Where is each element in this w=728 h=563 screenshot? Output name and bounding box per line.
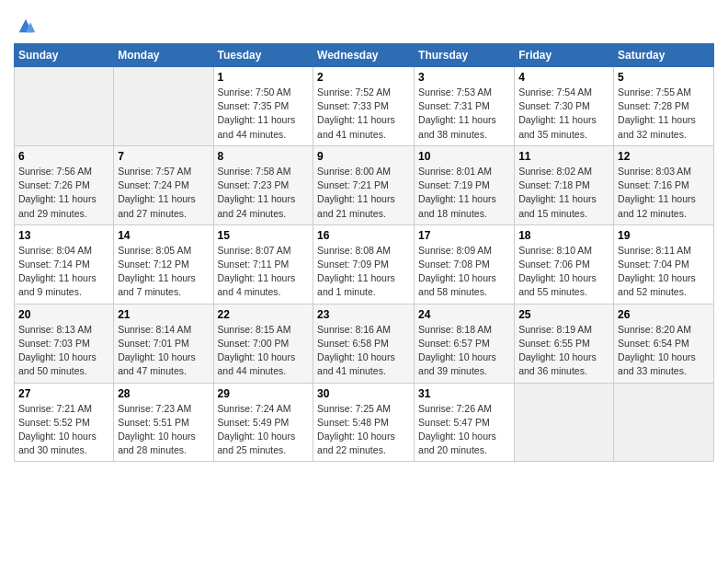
day-number: 1 [218,71,310,84]
day-info: Sunrise: 8:19 AMSunset: 6:55 PMDaylight:… [518,324,597,377]
day-info: Sunrise: 7:23 AMSunset: 5:51 PMDaylight:… [118,403,196,456]
day-number: 15 [218,229,310,242]
calendar-cell: 22 Sunrise: 8:15 AMSunset: 7:00 PMDaylig… [213,304,313,383]
calendar-cell: 15 Sunrise: 8:07 AMSunset: 7:11 PMDaylig… [213,224,313,304]
calendar-cell: 8 Sunrise: 7:58 AMSunset: 7:23 PMDayligh… [213,145,313,224]
day-number: 6 [18,150,109,163]
calendar-cell: 31 Sunrise: 7:26 AMSunset: 5:47 PMDaylig… [415,383,515,462]
day-info: Sunrise: 8:16 AMSunset: 6:58 PMDaylight:… [317,324,395,377]
day-number: 12 [618,150,710,163]
day-number: 14 [118,229,209,242]
day-number: 10 [418,150,510,163]
weekday-header-wednesday: Wednesday [313,44,415,67]
day-number: 7 [118,150,209,163]
day-info: Sunrise: 7:26 AMSunset: 5:47 PMDaylight:… [418,403,496,456]
day-number: 3 [418,71,510,84]
calendar-cell: 30 Sunrise: 7:25 AMSunset: 5:48 PMDaylig… [313,383,415,462]
logo [14,14,36,36]
calendar-cell: 3 Sunrise: 7:53 AMSunset: 7:31 PMDayligh… [415,67,515,146]
day-number: 11 [518,150,609,163]
calendar-cell: 16 Sunrise: 8:08 AMSunset: 7:09 PMDaylig… [313,224,415,304]
day-info: Sunrise: 8:18 AMSunset: 6:57 PMDaylight:… [418,324,496,377]
day-info: Sunrise: 7:50 AMSunset: 7:35 PMDaylight:… [218,86,296,140]
calendar-cell: 2 Sunrise: 7:52 AMSunset: 7:33 PMDayligh… [313,67,415,146]
day-number: 27 [18,387,109,400]
calendar-cell: 26 Sunrise: 8:20 AMSunset: 6:54 PMDaylig… [614,304,714,383]
day-number: 16 [317,229,410,242]
day-number: 23 [317,308,410,321]
calendar-cell: 12 Sunrise: 8:03 AMSunset: 7:16 PMDaylig… [614,145,714,224]
day-info: Sunrise: 8:08 AMSunset: 7:09 PMDaylight:… [317,245,395,298]
day-info: Sunrise: 7:24 AMSunset: 5:49 PMDaylight:… [218,403,296,456]
day-number: 4 [518,71,609,84]
day-number: 31 [418,387,510,400]
calendar-cell: 1 Sunrise: 7:50 AMSunset: 7:35 PMDayligh… [213,67,313,146]
week-row-4: 20 Sunrise: 8:13 AMSunset: 7:03 PMDaylig… [15,304,714,383]
day-info: Sunrise: 7:54 AMSunset: 7:30 PMDaylight:… [518,86,597,140]
day-number: 5 [618,71,710,84]
calendar-cell: 10 Sunrise: 8:01 AMSunset: 7:19 PMDaylig… [415,145,515,224]
day-info: Sunrise: 8:07 AMSunset: 7:11 PMDaylight:… [218,245,296,298]
day-number: 9 [317,150,410,163]
calendar-cell: 23 Sunrise: 8:16 AMSunset: 6:58 PMDaylig… [313,304,415,383]
calendar-cell: 21 Sunrise: 8:14 AMSunset: 7:01 PMDaylig… [114,304,213,383]
calendar-cell: 28 Sunrise: 7:23 AMSunset: 5:51 PMDaylig… [114,383,213,462]
day-info: Sunrise: 8:03 AMSunset: 7:16 PMDaylight:… [618,166,696,219]
weekday-header-sunday: Sunday [15,44,114,67]
calendar-cell [114,67,213,146]
calendar-cell [515,383,614,462]
day-number: 17 [418,229,510,242]
day-number: 29 [218,387,310,400]
weekday-header-tuesday: Tuesday [213,44,313,67]
day-info: Sunrise: 7:56 AMSunset: 7:26 PMDaylight:… [18,166,97,219]
day-number: 30 [317,387,410,400]
day-info: Sunrise: 7:57 AMSunset: 7:24 PMDaylight:… [118,166,196,219]
calendar-cell: 6 Sunrise: 7:56 AMSunset: 7:26 PMDayligh… [15,145,114,224]
day-info: Sunrise: 7:25 AMSunset: 5:48 PMDaylight:… [317,403,395,456]
day-info: Sunrise: 8:01 AMSunset: 7:19 PMDaylight:… [418,166,496,219]
header [14,9,714,36]
day-number: 2 [317,71,410,84]
day-number: 13 [18,229,109,242]
day-info: Sunrise: 7:58 AMSunset: 7:23 PMDaylight:… [218,166,296,219]
calendar-cell: 24 Sunrise: 8:18 AMSunset: 6:57 PMDaylig… [415,304,515,383]
day-info: Sunrise: 7:52 AMSunset: 7:33 PMDaylight:… [317,86,395,140]
day-info: Sunrise: 8:04 AMSunset: 7:14 PMDaylight:… [18,245,97,298]
day-number: 26 [618,308,710,321]
day-info: Sunrise: 8:09 AMSunset: 7:08 PMDaylight:… [418,245,496,298]
weekday-header-row: SundayMondayTuesdayWednesdayThursdayFrid… [15,44,714,67]
day-number: 21 [118,308,209,321]
calendar-cell: 20 Sunrise: 8:13 AMSunset: 7:03 PMDaylig… [15,304,114,383]
calendar-table: SundayMondayTuesdayWednesdayThursdayFrid… [14,43,714,462]
day-number: 20 [18,308,109,321]
calendar-cell: 29 Sunrise: 7:24 AMSunset: 5:49 PMDaylig… [213,383,313,462]
calendar-cell: 19 Sunrise: 8:11 AMSunset: 7:04 PMDaylig… [614,224,714,304]
week-row-1: 1 Sunrise: 7:50 AMSunset: 7:35 PMDayligh… [15,67,714,146]
day-info: Sunrise: 7:53 AMSunset: 7:31 PMDaylight:… [418,86,496,140]
calendar-cell: 9 Sunrise: 8:00 AMSunset: 7:21 PMDayligh… [313,145,415,224]
calendar-cell: 14 Sunrise: 8:05 AMSunset: 7:12 PMDaylig… [114,224,213,304]
day-number: 8 [218,150,310,163]
logo-icon [16,16,36,36]
day-number: 25 [518,308,609,321]
calendar-cell: 5 Sunrise: 7:55 AMSunset: 7:28 PMDayligh… [614,67,714,146]
day-number: 28 [118,387,209,400]
weekday-header-friday: Friday [515,44,614,67]
day-info: Sunrise: 8:20 AMSunset: 6:54 PMDaylight:… [618,324,696,377]
calendar-cell: 4 Sunrise: 7:54 AMSunset: 7:30 PMDayligh… [515,67,614,146]
calendar-cell [15,67,114,146]
calendar-cell: 17 Sunrise: 8:09 AMSunset: 7:08 PMDaylig… [415,224,515,304]
week-row-2: 6 Sunrise: 7:56 AMSunset: 7:26 PMDayligh… [15,145,714,224]
day-number: 19 [618,229,710,242]
weekday-header-saturday: Saturday [614,44,714,67]
day-info: Sunrise: 8:05 AMSunset: 7:12 PMDaylight:… [118,245,196,298]
day-number: 22 [218,308,310,321]
day-number: 24 [418,308,510,321]
calendar-cell: 13 Sunrise: 8:04 AMSunset: 7:14 PMDaylig… [15,224,114,304]
day-number: 18 [518,229,609,242]
weekday-header-thursday: Thursday [415,44,515,67]
calendar-cell: 7 Sunrise: 7:57 AMSunset: 7:24 PMDayligh… [114,145,213,224]
week-row-3: 13 Sunrise: 8:04 AMSunset: 7:14 PMDaylig… [15,224,714,304]
day-info: Sunrise: 8:00 AMSunset: 7:21 PMDaylight:… [317,166,395,219]
day-info: Sunrise: 8:14 AMSunset: 7:01 PMDaylight:… [118,324,196,377]
